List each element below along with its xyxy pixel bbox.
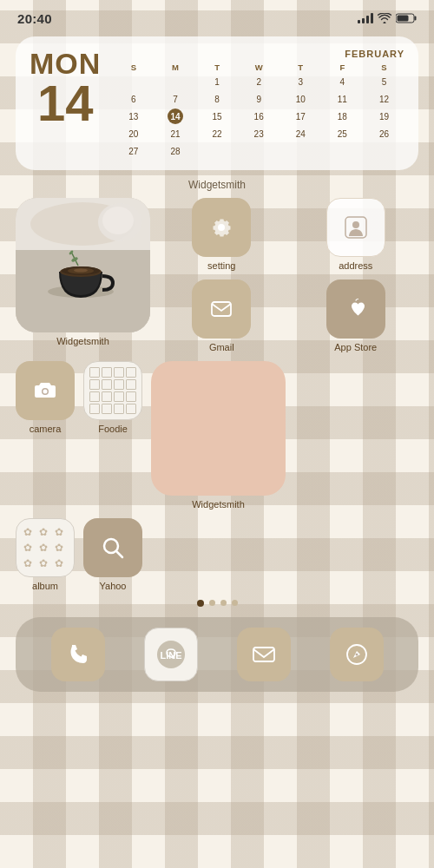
- cal-cell: 10: [280, 91, 321, 108]
- setting-app[interactable]: setting: [159, 198, 285, 271]
- compass-icon: [344, 641, 370, 667]
- page-dot-2[interactable]: [209, 600, 215, 606]
- album-icon-bg: [16, 518, 75, 577]
- phone-dock-icon[interactable]: [51, 628, 105, 681]
- battery-icon: [396, 13, 417, 23]
- svg-point-27: [355, 654, 358, 656]
- wifi-icon: [378, 13, 391, 23]
- cal-cell: 3: [280, 74, 321, 90]
- gmail-icon-bg: [192, 279, 251, 339]
- gmail-app[interactable]: Gmail: [159, 279, 285, 352]
- appstore-label: App Store: [334, 342, 377, 352]
- cal-header-M: M: [155, 62, 195, 73]
- status-time: 20:40: [17, 11, 52, 26]
- cal-header-T1: T: [197, 62, 238, 73]
- cal-cell: [239, 143, 279, 160]
- cal-header-W: W: [239, 62, 279, 73]
- apps-section: Widgetsmith: [0, 179, 434, 591]
- widgetsmith-large-icon[interactable]: Widgetsmith: [16, 198, 150, 346]
- setting-icon-bg: [192, 198, 251, 257]
- camera-app[interactable]: camera: [16, 361, 75, 434]
- cal-cell: 19: [364, 108, 404, 125]
- gear-icon: [207, 214, 235, 241]
- mail-dock-icon[interactable]: [237, 628, 291, 681]
- widgetsmith-placeholder[interactable]: Widgetsmith: [151, 361, 286, 510]
- page-dot-3[interactable]: [220, 600, 227, 606]
- yahoo-app[interactable]: Yahoo: [83, 518, 142, 591]
- cal-cell: 23: [239, 126, 279, 142]
- svg-point-17: [352, 221, 359, 228]
- cal-cell: [364, 143, 404, 160]
- camera-icon-bg: [16, 361, 75, 420]
- flower-pattern: [16, 519, 74, 576]
- foodie-app[interactable]: Foodie: [83, 361, 142, 434]
- cal-cell: 25: [322, 126, 363, 142]
- envelope-icon: [207, 295, 235, 323]
- cal-cell: 18: [322, 108, 363, 125]
- cal-cell: [322, 143, 363, 160]
- calendar-grid-section: FEBRUARY S M T W T F S 1 2 3 4 5 6 7: [113, 49, 404, 160]
- safari-dock-icon[interactable]: [330, 628, 384, 681]
- foodie-icon-bg: [83, 361, 142, 420]
- address-icon-bg: [326, 198, 385, 257]
- cal-header-T2: T: [280, 62, 321, 73]
- svg-rect-25: [253, 648, 274, 661]
- page-dot-1[interactable]: [197, 600, 204, 607]
- widgetsmith-placeholder-box: [151, 361, 286, 496]
- calendar-day-name: MON: [30, 49, 101, 78]
- cal-cell: 15: [197, 108, 238, 125]
- camera-icon: [31, 377, 59, 404]
- cal-cell: 4: [322, 74, 363, 90]
- app-row-1: Widgetsmith setting: [16, 198, 418, 352]
- widgetsmith-photo: [16, 198, 150, 332]
- flower-3: [55, 526, 67, 538]
- calendar-day-number: 14: [37, 78, 94, 128]
- cal-cell: 2: [239, 74, 279, 90]
- calendar-grid: S M T W T F S 1 2 3 4 5 6 7 8 9 10: [113, 62, 404, 160]
- calendar-month: FEBRUARY: [113, 49, 404, 59]
- svg-point-11: [74, 269, 88, 273]
- svg-line-22: [116, 551, 122, 557]
- album-app[interactable]: album: [16, 518, 75, 591]
- address-app[interactable]: address: [293, 198, 419, 271]
- flower-8: [39, 557, 51, 569]
- setting-label: setting: [207, 260, 235, 271]
- cal-cell: 28: [155, 143, 195, 160]
- calendar-widget: MON 14 FEBRUARY S M T W T F S 1 2 3 4 5: [16, 36, 418, 170]
- mail-icon: [251, 641, 277, 667]
- gmail-label: Gmail: [209, 342, 234, 352]
- appstore-icon-bg: [326, 279, 385, 339]
- address-label: address: [339, 260, 372, 271]
- status-icons: [358, 13, 417, 23]
- album-label: album: [32, 581, 58, 591]
- coffee-illustration: [16, 198, 150, 332]
- svg-text:LINE: LINE: [160, 650, 181, 661]
- cal-cell: 27: [113, 143, 154, 160]
- page-dot-4[interactable]: [232, 600, 238, 606]
- cal-cell: 21: [155, 126, 195, 142]
- widgetsmith-label-text: Widgetsmith: [56, 336, 109, 346]
- person-icon: [342, 214, 370, 241]
- cal-cell: 6: [113, 91, 154, 108]
- cal-header-S1: S: [113, 62, 154, 73]
- svg-point-15: [102, 207, 134, 234]
- small-app-grid: setting address: [159, 198, 418, 352]
- cal-cell: [113, 74, 154, 90]
- foodie-label: Foodie: [98, 424, 128, 434]
- page-dots: [0, 600, 434, 607]
- cal-cell: [197, 143, 238, 160]
- foodie-grid: [84, 362, 141, 419]
- calendar-day-section: MON 14: [30, 49, 101, 128]
- flower-4: [23, 542, 36, 554]
- apple-icon: [342, 295, 370, 323]
- line-dock-icon[interactable]: LINE: [144, 628, 198, 681]
- cal-cell: 16: [239, 108, 279, 125]
- flower-2: [39, 526, 51, 538]
- cal-header-F: F: [322, 62, 363, 73]
- yahoo-icon-bg: [83, 518, 142, 577]
- yahoo-label: Yahoo: [100, 581, 127, 591]
- app-row-3: album Yahoo: [16, 518, 418, 591]
- phone-icon: [65, 641, 91, 667]
- appstore-app[interactable]: App Store: [293, 279, 419, 352]
- cal-cell: 12: [364, 91, 404, 108]
